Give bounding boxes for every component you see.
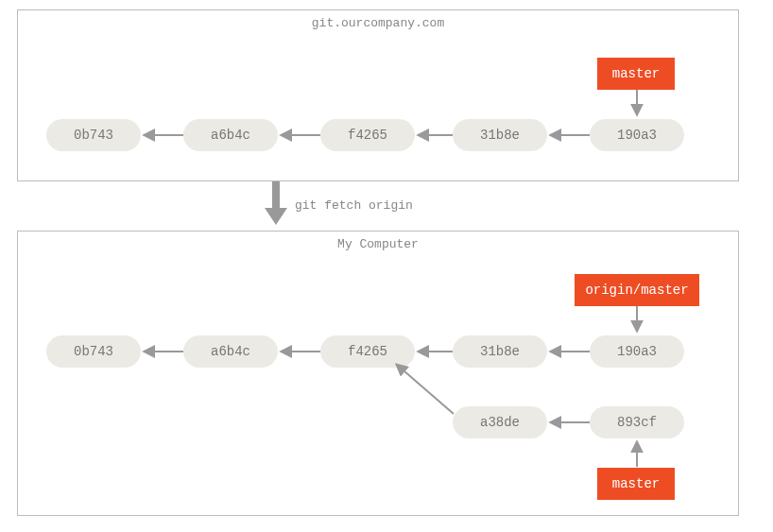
commit-node: 31b8e <box>453 119 547 151</box>
arrow-commit <box>278 351 320 352</box>
commit-node: 190a3 <box>590 119 684 151</box>
arrow-ref-master-local <box>636 438 638 467</box>
svg-line-13 <box>397 365 454 414</box>
commit-node: a6b4c <box>183 119 278 151</box>
remote-panel: git.ourcompany.com master 0b743 a6b4c f4… <box>17 9 739 181</box>
commit-node: a6b4c <box>183 335 278 368</box>
commit-node: 893cf <box>590 406 684 438</box>
arrow-commit <box>547 421 590 423</box>
arrow-commit <box>415 351 453 352</box>
remote-title: git.ourcompany.com <box>18 16 738 30</box>
arrow-commit-diagonal <box>391 359 457 416</box>
commit-node: 31b8e <box>453 335 547 368</box>
commit-node: f4265 <box>320 119 415 151</box>
commit-node: 0b743 <box>46 335 141 368</box>
commit-node: a38de <box>453 406 547 438</box>
arrow-commit <box>141 351 183 352</box>
arrow-commit <box>141 134 183 136</box>
local-panel: My Computer origin/master 0b743 a6b4c f4… <box>17 231 739 516</box>
arrow-ref-origin-master <box>636 306 638 335</box>
svg-rect-5 <box>272 181 280 208</box>
arrow-commit <box>278 134 320 136</box>
ref-master-local: master <box>597 468 675 500</box>
arrow-commit <box>547 134 590 136</box>
fetch-command-label: git fetch origin <box>295 198 413 213</box>
arrow-fetch <box>265 181 287 227</box>
ref-origin-master: origin/master <box>575 274 699 306</box>
commit-node: 0b743 <box>46 119 141 151</box>
arrow-ref-master-remote <box>636 90 638 118</box>
svg-marker-6 <box>265 208 287 225</box>
local-title: My Computer <box>18 237 738 251</box>
ref-master-remote: master <box>597 58 675 90</box>
arrow-commit <box>415 134 453 136</box>
commit-node: 190a3 <box>590 335 684 368</box>
arrow-commit <box>547 351 590 352</box>
